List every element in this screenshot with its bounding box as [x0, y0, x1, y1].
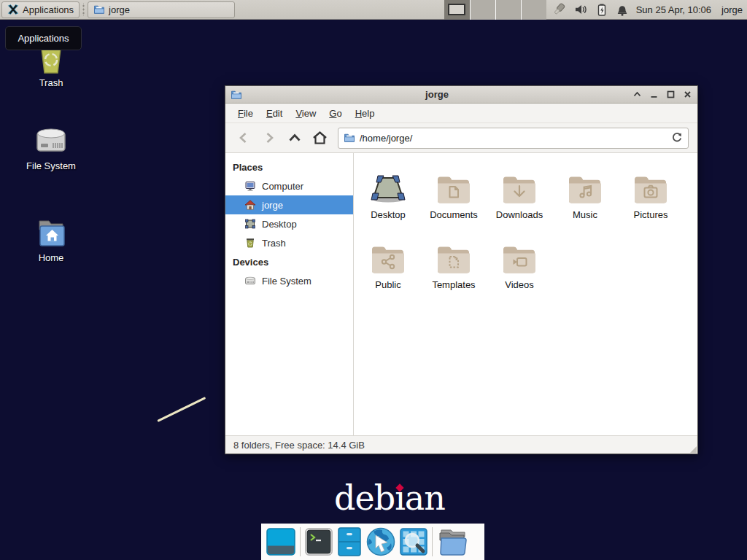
workspace-window-preview [448, 4, 465, 15]
folder-pictures-icon [633, 163, 668, 205]
workspace-4[interactable] [521, 0, 546, 20]
debian-logo-text: deb [334, 478, 395, 518]
sidebar-item-label: Computer [262, 181, 303, 192]
applications-menu-button[interactable]: Applications [1, 1, 80, 18]
top-panel: Applications jorge [0, 0, 747, 20]
shade-icon[interactable] [632, 90, 642, 100]
show-desktop-icon[interactable] [266, 528, 295, 556]
folder-public-icon [371, 233, 406, 275]
desktop-icon-file-system[interactable]: File System [16, 122, 86, 171]
menu-help[interactable]: Help [349, 105, 382, 122]
menu-go[interactable]: Go [322, 105, 348, 122]
reload-icon[interactable] [671, 132, 683, 144]
close-icon[interactable] [682, 90, 692, 100]
up-icon[interactable] [282, 127, 306, 149]
workspace-2[interactable] [470, 0, 495, 20]
system-tray [552, 2, 629, 17]
file-item-label: Desktop [371, 209, 406, 220]
file-item-downloads[interactable]: Downloads [487, 163, 552, 233]
file-item-label: Public [375, 279, 400, 290]
sidebar-item-file-system[interactable]: File System [225, 271, 353, 290]
statusbar-text: 8 folders, Free space: 14.4 GiB [233, 440, 365, 451]
directory-menu-icon[interactable] [437, 527, 469, 556]
folder-icon [344, 132, 355, 144]
computer-icon [244, 180, 256, 192]
dock-separator [432, 527, 433, 556]
trash-icon [244, 237, 256, 249]
desktop-icon-home[interactable]: Home [16, 216, 86, 263]
notifications-bell-icon[interactable] [616, 3, 629, 17]
xorg-x-icon [7, 4, 19, 15]
applications-tooltip: Applications [5, 26, 82, 50]
debian-logo: debıan [334, 478, 445, 518]
location-bar[interactable]: /home/jorge/ [338, 128, 689, 149]
file-item-music[interactable]: Music [552, 163, 618, 233]
file-item-public[interactable]: Public [355, 233, 421, 303]
file-item-label: Music [573, 209, 597, 220]
sidebar: Places Computer [225, 153, 354, 435]
file-item-videos[interactable]: Videos [487, 233, 552, 303]
panel-clock[interactable]: Sun 25 Apr, 10:06 [636, 4, 711, 15]
back-icon[interactable] [231, 127, 255, 149]
workspace-switcher [444, 0, 546, 20]
menubar: File Edit View Go Help [225, 104, 697, 123]
panel-username[interactable]: jorge [721, 4, 743, 15]
desktop-line-artifact [157, 397, 206, 422]
file-manager-window: jorge File Edit View Go Help [225, 85, 698, 454]
minimize-icon[interactable] [649, 90, 659, 100]
folder-downloads-icon [502, 163, 537, 205]
file-item-label: Documents [430, 209, 478, 220]
file-item-templates[interactable]: Templates [421, 233, 487, 303]
file-item-label: Pictures [634, 209, 668, 220]
file-item-label: Videos [505, 279, 534, 290]
file-item-documents[interactable]: Documents [421, 163, 487, 233]
panel-handle[interactable] [82, 3, 85, 16]
desktop-icon-label: File System [16, 160, 86, 171]
sidebar-item-computer[interactable]: Computer [225, 176, 353, 195]
file-item-label: Downloads [496, 209, 543, 220]
taskbar-window-label: jorge [109, 4, 130, 15]
power-adapter-icon[interactable] [552, 2, 567, 17]
applications-menu-label: Applications [23, 4, 74, 15]
menu-view[interactable]: View [289, 105, 322, 122]
forward-icon[interactable] [257, 127, 281, 149]
home-folder-icon [16, 216, 86, 249]
window-titlebar[interactable]: jorge [225, 86, 697, 104]
desktop-icon [244, 218, 256, 230]
resize-grip[interactable] [690, 446, 697, 453]
statusbar: 8 folders, Free space: 14.4 GiB [225, 435, 697, 454]
harddisk-icon [16, 122, 86, 158]
sidebar-item-label: jorge [262, 200, 283, 211]
menu-edit[interactable]: Edit [260, 105, 289, 122]
sidebar-item-jorge[interactable]: jorge [225, 195, 353, 214]
file-cabinet-icon[interactable] [337, 527, 362, 556]
file-view[interactable]: Desktop Documents [354, 153, 697, 435]
sidebar-item-label: Trash [262, 238, 286, 249]
folder-templates-icon [436, 233, 471, 275]
sidebar-item-label: Desktop [262, 219, 297, 230]
volume-icon[interactable] [574, 3, 588, 16]
dock-separator [300, 527, 301, 556]
maximize-icon[interactable] [665, 90, 676, 100]
file-item-pictures[interactable]: Pictures [618, 163, 684, 233]
app-finder-icon[interactable] [400, 528, 427, 556]
workspace-3[interactable] [495, 0, 521, 20]
applications-tooltip-text: Applications [18, 33, 69, 44]
sidebar-devices-header: Devices [225, 252, 353, 271]
sidebar-item-desktop[interactable]: Desktop [225, 214, 353, 233]
debian-logo-text: an [405, 478, 445, 518]
file-item-desktop[interactable]: Desktop [355, 163, 421, 233]
terminal-icon[interactable] [305, 528, 333, 556]
sidebar-item-label: File System [262, 276, 311, 287]
desktop-icon-label: Trash [16, 77, 86, 88]
taskbar-window-button[interactable]: jorge [88, 1, 235, 18]
harddisk-icon [244, 275, 256, 287]
web-browser-icon[interactable] [366, 527, 395, 556]
folder-videos-icon [502, 233, 537, 275]
location-input[interactable]: /home/jorge/ [360, 133, 667, 144]
battery-charging-icon[interactable] [595, 3, 608, 17]
workspace-1[interactable] [444, 0, 470, 20]
menu-file[interactable]: File [231, 105, 260, 122]
home-icon[interactable] [308, 127, 332, 149]
sidebar-item-trash[interactable]: Trash [225, 233, 353, 252]
